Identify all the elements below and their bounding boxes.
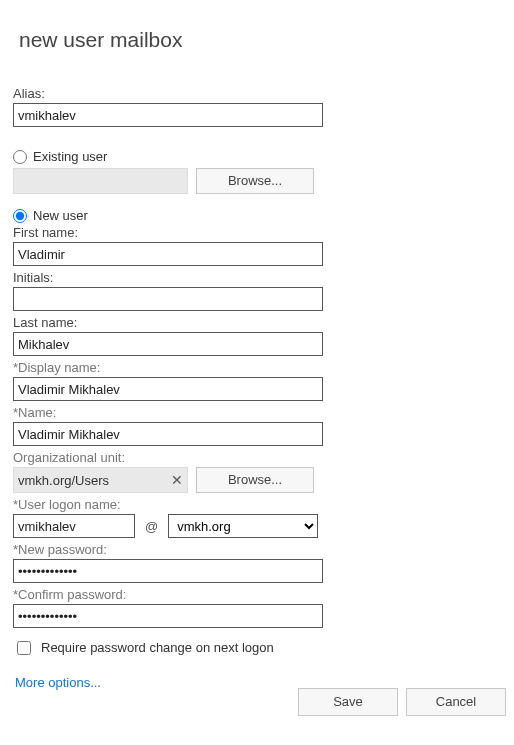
new-password-input[interactable] <box>13 559 323 583</box>
existing-user-field <box>13 168 188 194</box>
display-name-input[interactable] <box>13 377 323 401</box>
org-unit-browse-button[interactable]: Browse... <box>196 467 314 493</box>
initials-input[interactable] <box>13 287 323 311</box>
logon-name-input[interactable] <box>13 514 135 538</box>
new-user-radio[interactable] <box>13 209 27 223</box>
org-unit-field: vmkh.org/Users ✕ <box>13 467 188 493</box>
confirm-password-label: *Confirm password: <box>13 587 501 602</box>
require-change-label: Require password change on next logon <box>41 640 274 655</box>
logon-name-label: *User logon name: <box>13 497 501 512</box>
new-user-label: New user <box>33 208 88 223</box>
at-symbol: @ <box>145 519 158 534</box>
name-label: *Name: <box>13 405 501 420</box>
name-input[interactable] <box>13 422 323 446</box>
org-unit-clear-icon[interactable]: ✕ <box>171 473 183 487</box>
confirm-password-input[interactable] <box>13 604 323 628</box>
alias-input[interactable] <box>13 103 323 127</box>
display-name-label: *Display name: <box>13 360 501 375</box>
first-name-label: First name: <box>13 225 501 240</box>
save-button[interactable]: Save <box>298 688 398 716</box>
first-name-input[interactable] <box>13 242 323 266</box>
logon-domain-select[interactable]: vmkh.org <box>168 514 318 538</box>
cancel-button[interactable]: Cancel <box>406 688 506 716</box>
existing-user-label: Existing user <box>33 149 107 164</box>
alias-label: Alias: <box>13 86 501 101</box>
last-name-label: Last name: <box>13 315 501 330</box>
initials-label: Initials: <box>13 270 501 285</box>
org-unit-label: Organizational unit: <box>13 450 501 465</box>
existing-user-radio[interactable] <box>13 150 27 164</box>
page-title: new user mailbox <box>19 28 501 52</box>
existing-browse-button[interactable]: Browse... <box>196 168 314 194</box>
require-change-checkbox[interactable] <box>17 641 31 655</box>
org-unit-value: vmkh.org/Users <box>18 473 109 488</box>
last-name-input[interactable] <box>13 332 323 356</box>
new-password-label: *New password: <box>13 542 501 557</box>
